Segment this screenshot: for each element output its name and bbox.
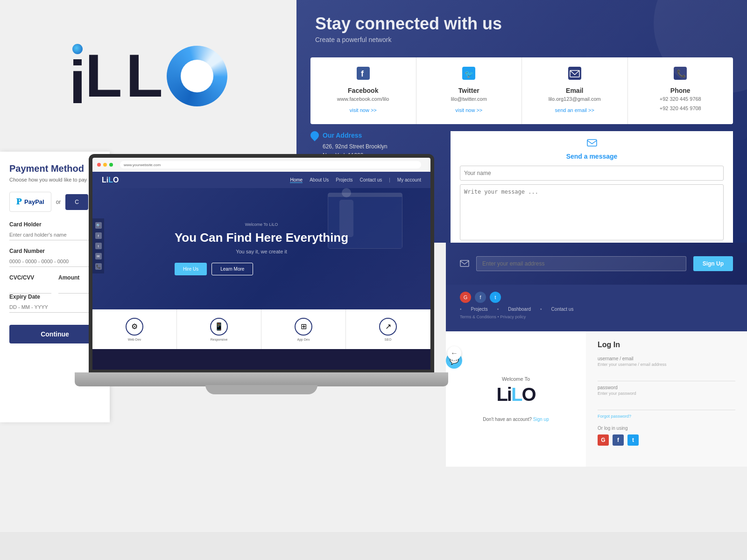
login-right-panel: Log In username / email Enter your usern… xyxy=(586,331,747,467)
nav-home[interactable]: Home xyxy=(290,177,303,183)
back-arrow-button[interactable]: ← xyxy=(447,346,461,360)
site-logo: LiLO xyxy=(102,176,119,184)
seo-label: SEO xyxy=(385,338,392,341)
stay-connected-title: Stay connected with us xyxy=(315,14,728,34)
browser-maximize-dot xyxy=(109,163,113,167)
login-title: Log In xyxy=(598,341,735,349)
logo-l2-letter: L xyxy=(126,50,163,102)
browser-url-text: www.yourwebsite.com xyxy=(124,163,161,167)
signup-link[interactable]: Sign up xyxy=(533,417,549,422)
learn-more-button[interactable]: Learn More xyxy=(211,263,253,275)
nav-contact[interactable]: Contact us xyxy=(359,177,382,183)
cvc-label: CVC/CVV xyxy=(9,274,51,281)
password-label: password xyxy=(598,385,735,390)
logo-o-circle xyxy=(167,46,227,106)
sidebar-email-icon[interactable]: ✉ xyxy=(95,253,102,259)
nav-projects[interactable]: Projects xyxy=(336,177,352,183)
site-hero: 🔍 f t ✉ 📞 Welcome To LiLO You Can Find H… xyxy=(92,188,430,309)
stay-connected-subtitle: Create a powerful network xyxy=(315,36,728,43)
footer-bullet3: • xyxy=(540,307,542,312)
facebook-login-icon[interactable]: f xyxy=(613,434,624,446)
site-nav-links: Home About Us Projects Contact us | My a… xyxy=(290,177,421,183)
newsletter-signup-label: Sign Up xyxy=(703,260,724,267)
login-no-account: Don't have an account? Sign up xyxy=(483,417,549,422)
footer-nav-links: • Projects • Dashboard • Contact us xyxy=(460,307,733,312)
sidebar-search-icon[interactable]: 🔍 xyxy=(95,222,102,229)
browser-minimize-dot xyxy=(103,163,107,167)
paypal-button[interactable]: 𝐏 PayPal xyxy=(9,192,51,212)
footer-twitter-icon[interactable]: t xyxy=(490,292,501,303)
service-card-app: ⊞ App Dev xyxy=(261,309,346,349)
laptop-stand xyxy=(205,385,317,394)
footer-content: G f t • Projects • Dashboard • Contact u… xyxy=(460,292,733,319)
app-dev-label: App Dev xyxy=(297,338,310,341)
svg-rect-9 xyxy=(460,260,469,266)
seo-icon: ↗ xyxy=(379,318,397,336)
or-login-text: Or log in using xyxy=(598,426,735,431)
footer-google-icon[interactable]: G xyxy=(460,292,471,303)
footer-projects-link[interactable]: Projects xyxy=(471,307,488,312)
password-desc: Enter your password xyxy=(598,391,735,396)
hero-content: Welcome To LiLO You Can Find Here Everyt… xyxy=(175,222,348,275)
hire-us-button[interactable]: Hire Us xyxy=(175,263,207,275)
or-label: or xyxy=(56,199,61,205)
nav-separator: | xyxy=(389,177,390,183)
sidebar-twitter-icon[interactable]: t xyxy=(95,243,102,249)
laptop-section: www.yourwebsite.com LiLO Home About Us P… xyxy=(75,154,448,420)
footer-social-icons: G f t xyxy=(460,292,733,303)
footer-bullet2: • xyxy=(497,307,499,312)
twitter-login-icon[interactable]: t xyxy=(627,434,639,446)
site-nav: LiLO Home About Us Projects Contact us |… xyxy=(92,172,430,188)
service-card-responsive: 📱 Responsive xyxy=(177,309,261,349)
browser-chrome: www.yourwebsite.com xyxy=(92,158,430,172)
social-login-icons: G f t xyxy=(598,434,735,446)
forgot-password-link[interactable]: Forgot password? xyxy=(598,414,735,419)
login-panel: Welcome To LiLO Don't have an account? S… xyxy=(446,331,747,467)
google-login-icon[interactable]: G xyxy=(598,434,609,446)
web-dev-label: Web Dev xyxy=(128,338,141,341)
newsletter-email-input[interactable] xyxy=(476,256,686,271)
bottom-strip xyxy=(0,532,747,560)
footer-section: G f t • Projects • Dashboard • Contact u… xyxy=(446,285,747,331)
logo-area: i L L xyxy=(0,0,296,152)
person-head xyxy=(342,188,351,197)
footer-legal-text: Terms & Conditions • Privacy policy xyxy=(460,315,733,319)
responsive-icon: 📱 xyxy=(210,318,228,336)
nav-myaccount[interactable]: My account xyxy=(397,177,421,183)
hero-subtitle: You say it, we create it xyxy=(175,249,348,254)
hero-buttons: Hire Us Learn More xyxy=(175,263,348,275)
laptop-screen: www.yourwebsite.com LiLO Home About Us P… xyxy=(89,154,434,373)
cvc-input[interactable] xyxy=(9,283,51,294)
login-left-panel: Welcome To LiLO Don't have an account? S… xyxy=(446,331,586,467)
newsletter-section: Sign Up xyxy=(446,243,747,285)
cvc-col: CVC/CVV xyxy=(9,274,51,294)
site-sidebar: 🔍 f t ✉ 📞 xyxy=(92,218,104,273)
app-dev-icon: ⊞ xyxy=(295,318,312,336)
sidebar-phone-icon[interactable]: 📞 xyxy=(95,263,102,270)
service-card-seo: ↗ SEO xyxy=(346,309,430,349)
service-card-web: ⚙ Web Dev xyxy=(92,309,177,349)
hero-title: You Can Find Here Everything xyxy=(175,231,348,245)
paypal-label: PayPal xyxy=(24,198,44,205)
newsletter-email-icon xyxy=(460,259,469,268)
password-input[interactable] xyxy=(598,401,735,410)
logo-l-letter: L xyxy=(85,50,122,102)
web-dev-icon: ⚙ xyxy=(126,318,143,336)
footer-dashboard-link[interactable]: Dashboard xyxy=(508,307,531,312)
username-desc: Enter your username / email address xyxy=(598,362,735,367)
paypal-icon: 𝐏 xyxy=(16,197,21,207)
browser-url-bar[interactable]: www.yourwebsite.com xyxy=(120,161,421,168)
nav-about[interactable]: About Us xyxy=(310,177,329,183)
responsive-label: Responsive xyxy=(211,338,228,341)
laptop-base xyxy=(75,372,448,386)
site-logo-highlight: L xyxy=(108,176,113,184)
footer-facebook-icon[interactable]: f xyxy=(475,292,486,303)
login-logo-l: L xyxy=(511,384,521,405)
newsletter-signup-button[interactable]: Sign Up xyxy=(693,256,733,271)
username-input[interactable] xyxy=(598,372,735,381)
logo-i-letter: i xyxy=(69,56,86,108)
footer-contact-link[interactable]: Contact us xyxy=(551,307,574,312)
logo-o-inner xyxy=(181,60,213,92)
sidebar-facebook-icon[interactable]: f xyxy=(95,232,102,239)
no-account-text: Don't have an account? xyxy=(483,417,532,422)
